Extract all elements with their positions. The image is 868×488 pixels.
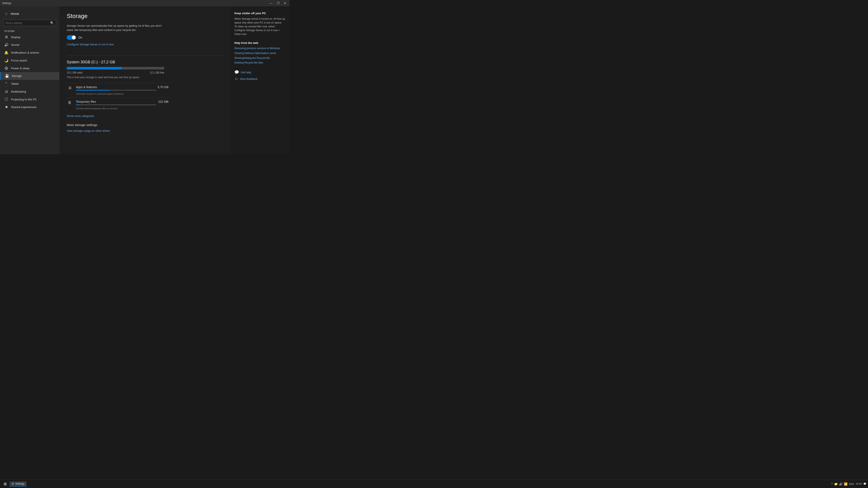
sidebar-item-sound[interactable]: 🔊 Sound — [0, 41, 59, 49]
keep-clutter-title: Keep clutter off your PC — [235, 12, 285, 15]
storage-usage-desc: This is how your storage is used and how… — [67, 76, 223, 79]
drive-title: System 30GB (C:) - 27,2 GB — [67, 60, 223, 64]
home-label: Home — [10, 12, 19, 15]
maximize-button[interactable]: ❐ — [276, 1, 281, 5]
sidebar-item-multitasking[interactable]: ⊟ Multitasking — [0, 88, 59, 96]
app-container: ⌂ Home 🔍 System 🖥 Display 🔊 Sound 🔔 Noti… — [0, 6, 289, 154]
sidebar-item-shared[interactable]: ✱ Shared experiences — [0, 103, 59, 111]
temp-icon: 🗑 — [67, 100, 73, 105]
apps-icon: 🖥 — [67, 86, 73, 90]
sidebar-item-focus[interactable]: 🌙 Focus assist — [0, 57, 59, 64]
category-info: Temporary files 222 MB Choose which temp… — [76, 100, 168, 110]
sidebar-item-notifications[interactable]: 🔔 Notifications & actions — [0, 49, 59, 57]
window-controls: — ❐ ✕ — [269, 1, 287, 5]
help-link-4[interactable]: Deleting Recycle Bin files — [235, 61, 285, 65]
sidebar-item-display[interactable]: 🖥 Display — [0, 33, 59, 41]
get-help-icon: 💬 — [235, 70, 239, 74]
help-web-section: Help from the web Removing previous vers… — [235, 41, 285, 65]
configure-link[interactable]: Configure Storage Sense or run it now — [67, 43, 114, 46]
category-name-label: Temporary files — [76, 100, 96, 103]
storage-sense-description: Storage Sense can automatically free up … — [67, 24, 168, 32]
sidebar-item-label: Notifications & actions — [11, 51, 39, 54]
keep-clutter-text: When Storage sense is turned on, it'll f… — [235, 17, 285, 36]
get-help-action[interactable]: 💬 Get help — [235, 70, 285, 74]
storage-sense-toggle[interactable] — [67, 35, 76, 40]
projecting-icon: 🖵 — [4, 97, 8, 101]
sidebar-item-storage[interactable]: 💾 Storage — [0, 72, 59, 80]
storage-bar-fill — [67, 67, 121, 69]
toggle-label: On — [78, 36, 82, 39]
tablet-icon: 📱 — [4, 82, 8, 86]
category-size: 5,70 GB — [158, 85, 168, 89]
sidebar: ⌂ Home 🔍 System 🖥 Display 🔊 Sound 🔔 Noti… — [0, 6, 59, 154]
category-info: Apps & features 5,70 GB Uninstall unused… — [76, 85, 168, 96]
focus-icon: 🌙 — [4, 59, 8, 63]
feedback-label[interactable]: Give feedback — [240, 77, 257, 80]
multitasking-icon: ⊟ — [4, 90, 8, 94]
sidebar-item-label: Storage — [12, 74, 22, 77]
sidebar-item-label: Display — [11, 36, 20, 39]
power-icon: ⏻ — [4, 66, 8, 70]
search-box[interactable]: 🔍 — [3, 20, 56, 26]
category-bar-fill — [76, 104, 80, 105]
close-button[interactable]: ✕ — [283, 1, 287, 5]
category-bar — [76, 104, 156, 105]
app-title: Settings — [2, 2, 11, 5]
sound-icon: 🔊 — [4, 43, 8, 47]
page-title: Storage — [67, 13, 223, 20]
view-storage-link[interactable]: View storage usage on other drives — [67, 129, 110, 132]
category-desc: Uninstall unused or undesired apps & fea… — [76, 93, 124, 95]
sidebar-item-label: Sound — [11, 43, 19, 46]
sidebar-item-power[interactable]: ⏻ Power & sleep — [0, 64, 59, 72]
help-title: Help from the web — [235, 41, 285, 44]
keep-clutter-section: Keep clutter off your PC When Storage se… — [235, 12, 285, 36]
storage-bar — [67, 67, 164, 69]
category-temp[interactable]: 🗑 Temporary files 222 MB Choose which te… — [67, 98, 168, 112]
free-label: 12,1 GB free — [150, 71, 164, 74]
category-name-label: Apps & features — [76, 85, 97, 89]
help-link-3[interactable]: Showing/hiding the Recycle Bin — [235, 56, 285, 60]
search-input[interactable] — [5, 22, 49, 25]
right-panel: Keep clutter off your PC When Storage se… — [230, 6, 289, 154]
storage-icon: 💾 — [5, 74, 9, 78]
sidebar-item-projecting[interactable]: 🖵 Projecting to this PC — [0, 96, 59, 103]
main-content: Storage Storage Sense can automatically … — [59, 6, 230, 154]
sidebar-item-label: Multitasking — [11, 90, 26, 93]
sidebar-item-label: Shared experiences — [11, 105, 36, 109]
category-desc: Choose which temporary files to remove — [76, 107, 117, 110]
feedback-icon: ☺ — [235, 77, 238, 81]
category-bar — [76, 90, 156, 91]
display-icon: 🖥 — [4, 35, 8, 39]
sidebar-item-tablet[interactable]: 📱 Tablet — [0, 80, 59, 88]
search-icon: 🔍 — [50, 21, 54, 25]
shared-icon: ✱ — [4, 105, 8, 109]
system-section-label: System — [0, 28, 59, 33]
home-icon: ⌂ — [4, 12, 8, 15]
sidebar-item-label: Power & sleep — [11, 67, 29, 70]
help-link-2[interactable]: Clearing Delivery Optimization cache — [235, 52, 285, 55]
sidebar-item-label: Projecting to this PC — [11, 98, 37, 101]
get-help-label[interactable]: Get help — [241, 71, 251, 74]
sidebar-item-label: Focus assist — [11, 59, 27, 62]
category-bar-fill — [76, 90, 110, 91]
toggle-row: On — [67, 35, 223, 40]
notifications-icon: 🔔 — [4, 51, 8, 55]
category-apps[interactable]: 🖥 Apps & features 5,70 GB Uninstall unus… — [67, 83, 168, 98]
more-storage-section: More storage settings View storage usage… — [67, 123, 223, 133]
give-feedback-action[interactable]: ☺ Give feedback — [235, 77, 285, 81]
help-link-1[interactable]: Removing previous versions of Windows — [235, 46, 285, 50]
sidebar-item-home[interactable]: ⌂ Home — [0, 9, 59, 18]
minimize-button[interactable]: — — [269, 1, 274, 5]
more-storage-title: More storage settings — [67, 123, 223, 127]
show-more-categories-link[interactable]: Show more categories — [67, 115, 94, 118]
category-size: 222 MB — [158, 100, 168, 103]
storage-stats: 15,1 GB used 12,1 GB free — [67, 71, 164, 74]
titlebar: Settings — ❐ ✕ — [0, 0, 289, 6]
used-label: 15,1 GB used — [67, 71, 82, 74]
sidebar-item-label: Tablet — [11, 82, 19, 85]
